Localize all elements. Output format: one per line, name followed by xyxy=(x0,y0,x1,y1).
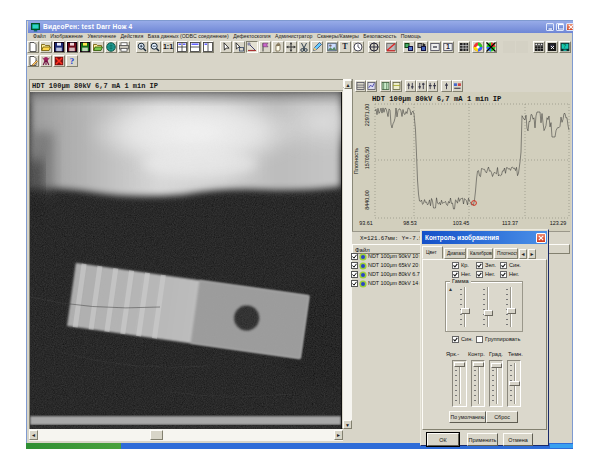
svg-text:93.61: 93.61 xyxy=(359,220,373,226)
svg-text:Плотность: Плотность xyxy=(353,148,359,175)
svg-text:22971,00: 22971,00 xyxy=(364,104,370,126)
svg-text:8440,00: 8440,00 xyxy=(364,190,370,210)
svg-text:103.45: 103.45 xyxy=(453,220,470,226)
svg-text:HDT 100μm 80kV 6,7 mA 1 min IP: HDT 100μm 80kV 6,7 mA 1 min IP xyxy=(372,95,502,103)
svg-text:15705,50: 15705,50 xyxy=(364,147,370,169)
svg-text:98.53: 98.53 xyxy=(403,220,417,226)
svg-text:?: ? xyxy=(563,43,566,49)
svg-text:113.37: 113.37 xyxy=(502,220,518,226)
svg-text:123.29: 123.29 xyxy=(550,220,567,226)
svg-text:1: 1 xyxy=(446,43,450,50)
